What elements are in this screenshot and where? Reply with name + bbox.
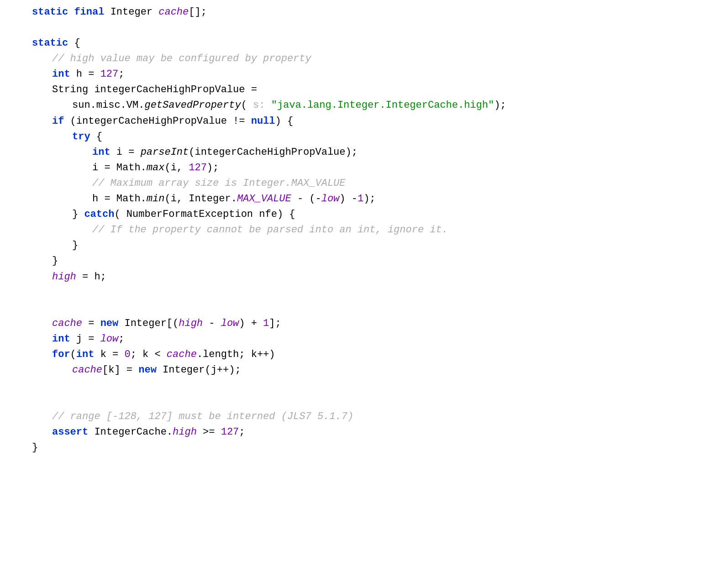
code-token: ; [118,333,124,345]
code-token: k = [100,349,125,360]
code-token: []; [189,6,207,18]
code-token: high [52,271,76,283]
code-token: min [147,193,165,205]
code-token: String integerCacheHighPropValue = [52,84,257,95]
code-token: } [72,209,84,220]
code-line: for(int k = 0; k < cache.length; k++) [32,347,716,362]
code-token: cache [167,349,197,360]
code-token: i = [116,147,141,158]
code-token: { [74,37,80,49]
code-token: 1 [263,318,269,329]
code-token: int [52,68,76,80]
code-token: cache [72,364,102,376]
code-token: ) - [339,193,358,205]
code-token: } [52,255,58,267]
line-content: int j = low; [52,331,124,347]
code-token: static [32,37,74,49]
code-line: } [32,253,716,269]
empty-line [32,20,716,36]
code-token: h = Math. [92,193,147,205]
code-token: low [321,193,340,205]
code-token: ) { [275,116,294,127]
empty-line [32,300,716,316]
line-content: } catch( NumberFormatException nfe) { [72,207,295,222]
code-token: 1 [358,193,363,205]
code-token: int [76,349,100,360]
code-token: Integer [111,6,159,18]
code-line: int j = low; [32,331,716,347]
code-token: max [147,162,165,173]
code-line: String integerCacheHighPropValue = [32,82,716,98]
code-token: [k] = [102,364,138,376]
code-token: 127 [189,162,207,173]
line-content: static { [32,36,80,51]
code-token: ]; [269,318,281,329]
code-token: IntegerCache. [94,426,173,438]
code-token: ); [207,162,219,173]
code-token: 127 [221,426,239,438]
code-line: i = Math.max(i, 127); [32,160,716,176]
line-content: assert IntegerCache.high >= 127; [52,425,245,440]
code-token: high [179,318,203,329]
code-token: 127 [100,68,119,80]
code-token: low [221,318,239,329]
empty-line [32,394,716,409]
code-line: if (integerCacheHighPropValue != null) { [32,114,716,129]
line-content: try { [72,129,102,145]
code-token: sun.misc.VM. [72,100,144,111]
code-token: high [173,426,197,438]
empty-line [32,378,716,394]
code-token: for [52,349,70,360]
code-token: Integer[( [124,318,179,329]
code-token: ); [363,193,375,205]
code-token: = [82,318,100,329]
code-token: { [96,131,102,142]
code-token: ) + [239,318,263,329]
line-content: } [72,238,78,253]
code-editor: static final Integer cache[];static {// … [0,0,716,588]
code-line: // high value may be configured by prope… [32,51,716,67]
line-content: h = Math.min(i, Integer.MAX_VALUE - (-lo… [92,191,376,207]
code-token: null [251,116,275,127]
code-line: int h = 127; [32,67,716,82]
code-token: int [92,147,116,158]
code-token: low [100,333,119,345]
line-content: if (integerCacheHighPropValue != null) { [52,114,293,129]
code-token: catch [84,209,114,220]
code-token: Integer(j++); [163,364,241,376]
empty-line [32,285,716,300]
code-token: 0 [124,349,130,360]
code-token: parseInt [141,147,189,158]
code-token: assert [52,426,94,438]
code-token: cache [158,6,189,18]
code-token: (integerCacheHighPropValue); [189,147,358,158]
code-line: try { [32,129,716,145]
code-line: high = h; [32,269,716,285]
code-token: ; k < [131,349,167,360]
line-content: int i = parseInt(integerCacheHighPropVal… [92,145,358,160]
code-token: ( NumberFormatException nfe) { [114,209,295,220]
line-content: // If the property cannot be parsed into… [92,222,448,238]
code-token: // high value may be configured by prope… [52,53,311,64]
line-content: } [32,440,38,456]
code-token: ; [239,426,245,438]
code-token: (i, Integer. [164,193,237,205]
line-content: // Maximum array size is Integer.MAX_VAL… [92,176,346,191]
code-token: j = [76,333,100,345]
code-line: } [32,238,716,253]
code-token: try [72,131,96,142]
code-line: h = Math.min(i, Integer.MAX_VALUE - (-lo… [32,191,716,207]
code-token: i = Math. [92,162,147,173]
code-token: ( [70,349,76,360]
code-line: assert IntegerCache.high >= 127; [32,425,716,440]
code-token: int [52,333,76,345]
code-token: new [100,318,125,329]
code-token: new [138,364,163,376]
code-content: static final Integer cache[];static {// … [32,5,716,456]
code-token: ; [118,68,124,80]
code-token: "java.lang.Integer.IntegerCache.high" [271,100,494,111]
code-token: h = [76,68,100,80]
code-token: s: [253,100,271,111]
code-token: cache [52,318,82,329]
code-token: } [32,442,38,453]
